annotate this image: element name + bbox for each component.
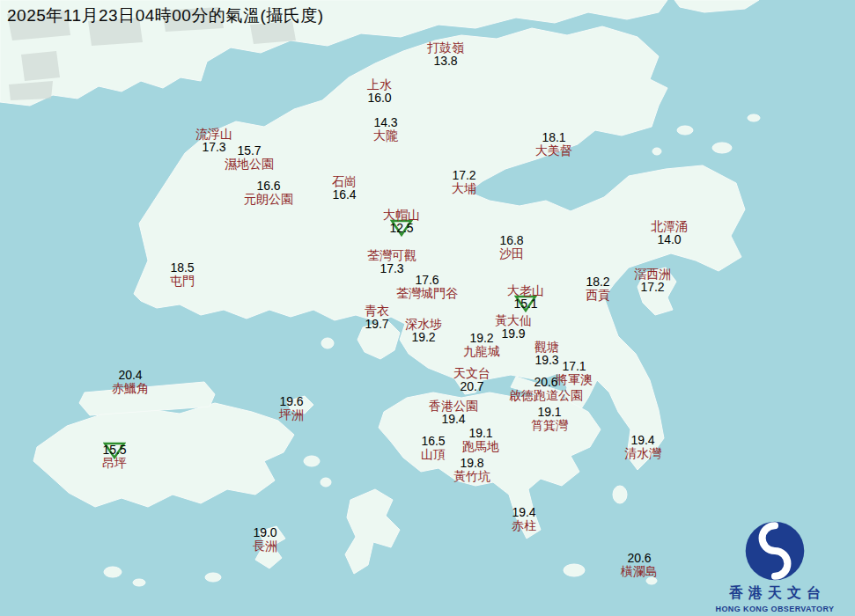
station-name: 昂坪 [102, 457, 127, 470]
station: 西貢18.2 [586, 275, 610, 302]
hko-logo-icon [743, 519, 807, 583]
temperature-map: 2025年11月23日04時00分的氣溫(攝氏度) 打鼓嶺13.8上水16.0大… [0, 0, 855, 616]
station-temperature: 16.8 [499, 234, 523, 247]
station-temperature: 19.2 [469, 332, 493, 345]
station: 橫瀾島20.6 [621, 552, 658, 578]
station-name: 橫瀾島 [621, 565, 658, 578]
station-temperature: 19.9 [501, 327, 525, 341]
map-title: 2025年11月23日04時00分的氣溫(攝氏度) [7, 4, 324, 27]
station-name: 屯門 [170, 275, 195, 288]
station-temperature: 15.5 [102, 444, 126, 457]
station-name: 清水灣 [624, 447, 661, 460]
station: 滘西洲17.2 [634, 268, 671, 294]
station-name: 香港公園 [429, 400, 478, 413]
station-temperature: 19.8 [460, 457, 483, 470]
station-name: 啟德跑道公園 [509, 389, 583, 402]
station-name: 九龍城 [463, 345, 500, 358]
station-name: 黃大仙 [495, 314, 532, 327]
station-temperature: 20.7 [460, 380, 483, 393]
station-temperature: 12.5 [389, 222, 413, 235]
station-name: 觀塘 [534, 341, 559, 354]
station-temperature: 13.8 [433, 55, 457, 68]
station-temperature: 19.1 [537, 406, 561, 419]
station-name: 坪洲 [279, 408, 304, 422]
station-name: 跑馬地 [462, 440, 499, 453]
station: 九龍城19.2 [463, 332, 500, 358]
station-temperature: 15.7 [237, 144, 261, 158]
station-name: 青衣 [365, 304, 389, 318]
station-name: 流浮山 [195, 128, 232, 141]
station: 黃大仙19.9 [495, 314, 532, 341]
station: 大埔17.2 [452, 169, 476, 195]
station-name: 大埔 [452, 182, 476, 195]
station: 荃灣城門谷17.6 [396, 274, 458, 300]
station: 大老山15.1 [507, 284, 544, 311]
station-name: 山頂 [421, 448, 446, 461]
station-temperature: 19.0 [253, 526, 276, 539]
hko-logo: 香港天文台 HONG KONG OBSERVATORY [700, 519, 850, 613]
station-temperature: 19.7 [365, 318, 388, 331]
station: 上水16.0 [367, 78, 392, 105]
station: 荃灣可觀17.3 [367, 249, 416, 275]
station-name: 深水埗 [405, 318, 442, 331]
station-name: 大老山 [507, 284, 544, 297]
station-name: 大隴 [373, 129, 398, 143]
station: 北潭涌14.0 [651, 220, 688, 246]
station-temperature: 17.1 [562, 360, 586, 373]
station-temperature: 20.6 [627, 552, 651, 565]
station: 昂坪15.5 [102, 444, 127, 470]
station: 筲箕灣19.1 [531, 406, 568, 432]
station-temperature: 16.5 [421, 435, 445, 448]
station-name: 天文台 [453, 367, 490, 380]
station-name: 大帽山 [383, 209, 420, 222]
station-temperature: 19.6 [279, 395, 303, 408]
station: 香港公園19.4 [429, 400, 478, 426]
station: 大帽山12.5 [383, 209, 420, 235]
station-name: 荃灣城門谷 [396, 287, 458, 300]
station-name: 荃灣可觀 [367, 249, 416, 262]
station-name: 筲箕灣 [531, 419, 568, 432]
station-name: 濕地公園 [225, 158, 274, 171]
station-temperature: 16.4 [332, 188, 356, 202]
station-name: 沙田 [499, 247, 524, 260]
station: 赤柱19.4 [512, 506, 536, 532]
station-name: 大美督 [535, 144, 572, 158]
station-name: 打鼓嶺 [427, 41, 464, 55]
station-temperature: 16.0 [367, 92, 391, 105]
station-name: 長洲 [253, 539, 277, 553]
station: 黃竹坑19.8 [453, 457, 490, 483]
station-temperature: 18.2 [586, 275, 609, 289]
station: 青衣19.7 [365, 304, 389, 331]
station-temperature: 17.2 [640, 281, 664, 294]
station: 大美督18.1 [535, 131, 572, 158]
station: 濕地公園15.7 [225, 144, 274, 171]
station-temperature: 17.6 [415, 274, 439, 287]
hko-logo-name-english: HONG KONG OBSERVATORY [716, 605, 835, 613]
station-temperature: 18.1 [542, 131, 565, 144]
station-temperature: 19.4 [630, 434, 654, 447]
station: 山頂16.5 [421, 435, 446, 461]
station-name: 赤柱 [512, 519, 536, 532]
station-temperature: 16.6 [256, 180, 280, 193]
station-name: 西貢 [586, 289, 610, 302]
station-name: 元朗公園 [244, 193, 293, 206]
station-temperature: 14.0 [657, 233, 681, 246]
station-temperature: 19.4 [441, 413, 465, 426]
station-temperature: 18.5 [170, 261, 194, 275]
station-temperature: 19.1 [468, 427, 492, 440]
station-name: 石崗 [332, 175, 357, 188]
station: 跑馬地19.1 [462, 427, 499, 453]
station: 深水埗19.2 [405, 318, 442, 344]
station: 元朗公園16.6 [244, 180, 293, 206]
station-temperature: 15.1 [513, 297, 537, 311]
station: 沙田16.8 [499, 234, 524, 260]
station: 坪洲19.6 [279, 395, 304, 422]
station-temperature: 17.3 [202, 141, 225, 154]
station: 清水灣19.4 [624, 434, 661, 460]
station: 大隴14.3 [373, 116, 398, 143]
station-temperature: 17.2 [452, 169, 475, 182]
station-temperature: 19.2 [411, 331, 435, 344]
station-temperature: 20.6 [534, 376, 557, 389]
station: 長洲19.0 [253, 526, 277, 553]
station-name: 北潭涌 [651, 220, 688, 233]
